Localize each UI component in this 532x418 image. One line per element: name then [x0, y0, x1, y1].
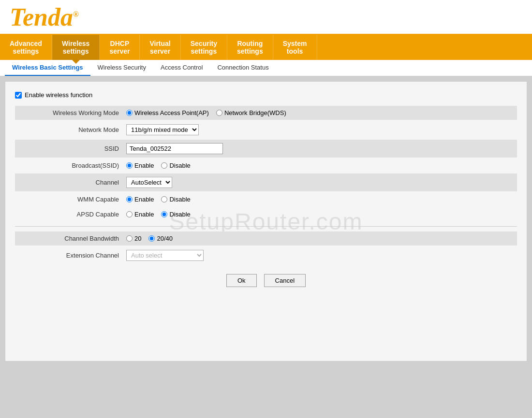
wmm-disable-group: Disable — [161, 196, 190, 203]
nav-item-system[interactable]: Systemtools — [273, 35, 317, 60]
extension-select[interactable]: Auto select — [126, 250, 204, 261]
bandwidth-controls: 20 20/40 — [126, 235, 512, 242]
bandwidth-row: Channel Bandwidth 20 20/40 — [15, 231, 517, 245]
nav-item-advanced[interactable]: Advancedsettings — [0, 35, 52, 60]
extension-row: Extension Channel Auto select — [15, 246, 517, 264]
button-row: Ok Cancel — [15, 274, 517, 287]
wmm-controls: Enable Disable — [126, 196, 512, 203]
wap-radio[interactable] — [126, 110, 133, 116]
logo-text: Tenda® — [10, 5, 79, 30]
broadcast-enable-label: Enable — [134, 162, 154, 169]
working-mode-controls: Wireless Access Point(AP) Network Bridge… — [126, 109, 512, 116]
bw-2040-label: 20/40 — [157, 235, 173, 242]
wmm-enable-radio[interactable] — [126, 196, 133, 202]
apsd-enable-group: Enable — [126, 211, 154, 218]
wmm-enable-label: Enable — [134, 196, 154, 203]
wds-label: Network Bridge(WDS) — [224, 109, 286, 116]
channel-label: Channel — [20, 179, 126, 186]
extension-label: Extension Channel — [20, 252, 126, 259]
broadcast-enable-group: Enable — [126, 162, 154, 169]
wap-radio-group: Wireless Access Point(AP) — [126, 109, 209, 116]
nav-item-dhcp[interactable]: DHCPserver — [100, 35, 140, 60]
network-mode-row: Network Mode 11b/g/n mixed mode — [15, 121, 517, 139]
bw-2040-group: 20/40 — [148, 235, 173, 242]
broadcast-disable-label: Disable — [169, 162, 190, 169]
content: SetupRouter.com Enable wireless function… — [5, 81, 527, 361]
header: Tenda® — [0, 0, 532, 35]
ssid-controls — [126, 143, 512, 154]
wap-label: Wireless Access Point(AP) — [134, 109, 209, 116]
enable-wireless-row: Enable wireless function — [15, 91, 517, 99]
bw-2040-radio[interactable] — [148, 235, 155, 242]
nav-item-wireless[interactable]: Wirelesssettings — [52, 35, 100, 60]
nav-item-routing[interactable]: Routingsettings — [227, 35, 273, 60]
enable-wireless-label: Enable wireless function — [25, 91, 92, 99]
wmm-label: WMM Capable — [20, 196, 126, 203]
navbar: Advancedsettings Wirelesssettings DHCPse… — [0, 35, 532, 60]
subnav: Wireless Basic Settings Wireless Securit… — [0, 60, 532, 76]
network-mode-select[interactable]: 11b/g/n mixed mode — [126, 124, 199, 135]
network-mode-controls: 11b/g/n mixed mode — [126, 124, 512, 135]
bw-20-group: 20 — [126, 235, 141, 242]
logo: Tenda® — [10, 5, 522, 34]
subnav-connection[interactable]: Connection Status — [210, 60, 276, 76]
channel-select[interactable]: AutoSelect — [126, 177, 172, 188]
apsd-disable-label: Disable — [169, 211, 190, 218]
wds-radio[interactable] — [216, 110, 222, 116]
network-mode-label: Network Mode — [20, 126, 126, 133]
channel-controls: AutoSelect — [126, 177, 512, 188]
enable-wireless-checkbox[interactable] — [15, 92, 22, 99]
wmm-disable-radio[interactable] — [161, 196, 167, 202]
broadcast-enable-radio[interactable] — [126, 162, 133, 169]
cancel-button[interactable]: Cancel — [264, 274, 306, 287]
wds-radio-group: Network Bridge(WDS) — [216, 109, 286, 116]
apsd-row: APSD Capable Enable Disable — [15, 207, 517, 221]
apsd-enable-label: Enable — [134, 211, 154, 218]
nav-item-virtual[interactable]: Virtualserver — [140, 35, 180, 60]
nav-item-security[interactable]: Securitysettings — [181, 35, 227, 60]
ssid-label: SSID — [20, 145, 126, 152]
wmm-enable-group: Enable — [126, 196, 154, 203]
apsd-enable-radio[interactable] — [126, 211, 133, 217]
form-divider — [15, 226, 517, 227]
broadcast-label: Broadcast(SSID) — [20, 162, 126, 169]
channel-row: Channel AutoSelect — [15, 173, 517, 191]
bw-20-label: 20 — [134, 235, 141, 242]
extension-controls: Auto select — [126, 250, 512, 261]
working-mode-row: Wireless Working Mode Wireless Access Po… — [15, 106, 517, 120]
bw-20-radio[interactable] — [126, 235, 133, 242]
bandwidth-label: Channel Bandwidth — [20, 235, 126, 242]
broadcast-disable-radio[interactable] — [161, 162, 167, 169]
broadcast-controls: Enable Disable — [126, 162, 512, 169]
broadcast-disable-group: Disable — [161, 162, 190, 169]
logo-reg: ® — [73, 10, 79, 18]
apsd-disable-group: Disable — [161, 211, 190, 218]
subnav-access[interactable]: Access Control — [153, 60, 210, 76]
ssid-row: SSID — [15, 140, 517, 158]
broadcast-row: Broadcast(SSID) Enable Disable — [15, 159, 517, 173]
working-mode-label: Wireless Working Mode — [20, 109, 126, 116]
form-section: Enable wireless function Wireless Workin… — [15, 91, 517, 287]
wmm-disable-label: Disable — [169, 196, 190, 203]
subnav-security[interactable]: Wireless Security — [90, 60, 153, 76]
apsd-disable-radio[interactable] — [161, 211, 167, 217]
wmm-row: WMM Capable Enable Disable — [15, 192, 517, 206]
apsd-controls: Enable Disable — [126, 211, 512, 218]
ok-button[interactable]: Ok — [226, 274, 257, 287]
apsd-label: APSD Capable — [20, 211, 126, 218]
ssid-input[interactable] — [126, 143, 223, 154]
